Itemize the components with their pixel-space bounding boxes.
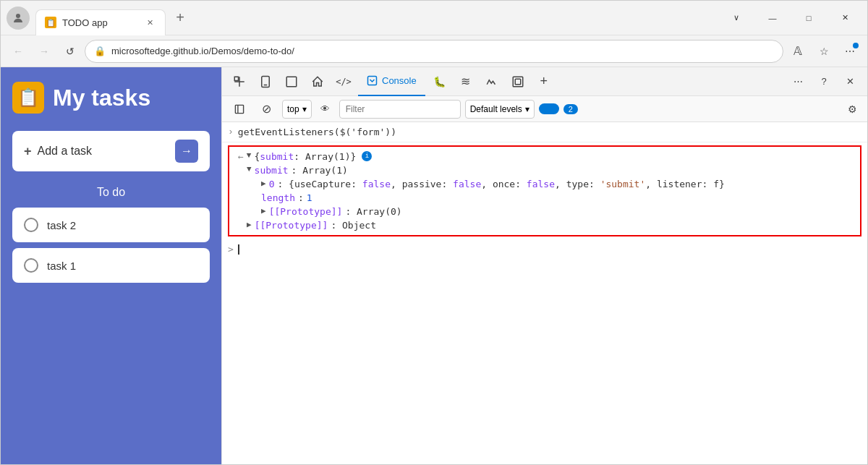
dt-box-button[interactable] xyxy=(506,70,529,93)
console-context-label: top xyxy=(287,104,299,114)
expand-icon-3[interactable]: ▶ xyxy=(261,179,266,188)
console-result-block: ← ▼ {submit: Array(1)} i ▼ submit : Arra… xyxy=(228,145,861,236)
new-tab-button[interactable]: + xyxy=(169,7,192,30)
console-result-line-3: ▶ 0 : {useCapture: false, passive: false… xyxy=(229,177,860,191)
console-toolbar: ⊘ top ▾ 👁 Default levels ▾ 2 ⚙ xyxy=(222,96,867,122)
dt-source-button[interactable]: </> xyxy=(332,70,355,93)
dt-device-button[interactable] xyxy=(254,70,277,93)
tab-title: TODO app xyxy=(62,17,137,28)
back-button[interactable]: ← xyxy=(7,40,30,63)
console-filter-input[interactable] xyxy=(339,100,461,119)
console-result-line-4: length : 1 xyxy=(229,191,860,205)
dt-bug-button[interactable]: 🐛 xyxy=(428,70,451,93)
svg-rect-7 xyxy=(368,77,377,85)
result-obj-preview: {submit: Array(1)} xyxy=(254,151,356,162)
profile-icon[interactable] xyxy=(7,7,30,30)
console-result-line-6: ▶ [[Prototype]] : Object xyxy=(229,218,860,232)
console-result-line-1: ← ▼ {submit: Array(1)} i xyxy=(229,150,860,163)
favorites-button[interactable]: ☆ xyxy=(812,40,835,63)
expand-icon-6[interactable]: ▶ xyxy=(247,220,252,229)
extensions-button[interactable]: ⋯ xyxy=(838,40,861,63)
svg-rect-1 xyxy=(234,77,238,80)
result-val-0: : {useCapture: false, passive: false, on… xyxy=(277,179,724,189)
add-task-arrow-icon: → xyxy=(175,140,198,163)
task-label-1: task 1 xyxy=(47,260,76,272)
forward-button[interactable]: → xyxy=(33,40,56,63)
close-button[interactable]: ✕ xyxy=(828,7,861,30)
console-level-select[interactable]: Default levels ▾ xyxy=(465,100,535,119)
url-display: microsoftedge.github.io/Demos/demo-to-do… xyxy=(111,46,294,56)
devtools-panel: </> Console 🐛 ≋ + ⋯ ? ✕ xyxy=(221,67,867,464)
dt-perf-button[interactable] xyxy=(480,70,503,93)
result-key-0: 0 xyxy=(269,179,275,189)
read-aloud-button[interactable]: 𝔸 xyxy=(786,40,809,63)
next-prompt-symbol: > xyxy=(228,244,234,255)
task-item-2[interactable]: task 2 xyxy=(12,208,210,242)
expand-icon-1[interactable]: ▼ xyxy=(247,151,252,160)
svg-point-0 xyxy=(16,14,20,18)
cursor xyxy=(238,244,239,255)
chevron-button[interactable]: ∨ xyxy=(720,7,753,30)
tab-bar: 📋 TODO app ✕ + xyxy=(35,5,192,31)
console-sidebar-button[interactable] xyxy=(228,100,251,119)
dt-console-label: Console xyxy=(382,75,417,86)
expand-icon-2[interactable]: ▼ xyxy=(247,165,252,174)
console-badge-count: 2 xyxy=(563,104,578,114)
expand-icon-5[interactable]: ▶ xyxy=(261,206,266,216)
console-eye-button[interactable]: 👁 xyxy=(316,100,335,119)
dt-help-button[interactable]: ? xyxy=(812,70,835,93)
task-label-2: task 2 xyxy=(47,219,76,231)
title-bar-left: 📋 TODO app ✕ + xyxy=(7,5,720,31)
lock-icon: 🔒 xyxy=(94,46,106,56)
active-tab[interactable]: 📋 TODO app ✕ xyxy=(35,9,166,35)
result-key-length: length xyxy=(261,192,295,203)
result-colon-2: : Array(1) xyxy=(292,165,348,176)
result-val-proto1: : Array(0) xyxy=(345,206,401,217)
app-icon: 📋 xyxy=(12,82,44,114)
console-settings-button[interactable]: ⚙ xyxy=(843,100,861,119)
task-item-1[interactable]: task 1 xyxy=(12,248,210,283)
maximize-button[interactable]: □ xyxy=(792,7,825,30)
info-icon[interactable]: i xyxy=(362,151,372,161)
dt-inspect-button[interactable] xyxy=(228,70,251,93)
browser-window: 📋 TODO app ✕ + ∨ — □ ✕ ← → ↺ 🔒 microsoft… xyxy=(0,0,868,465)
dt-close-button[interactable]: ✕ xyxy=(838,70,861,93)
console-result-line-2: ▼ submit : Array(1) xyxy=(229,163,860,177)
dt-elements-button[interactable] xyxy=(280,70,303,93)
add-task-plus-icon: + xyxy=(24,144,32,159)
tab-favicon: 📋 xyxy=(45,17,56,28)
console-command-text: getEventListeners($('form')) xyxy=(238,127,396,137)
console-context-select[interactable]: top ▾ xyxy=(282,100,312,119)
section-title: To do xyxy=(12,186,210,199)
address-bar[interactable]: 🔒 microsoftedge.github.io/Demos/demo-to-… xyxy=(85,40,783,63)
dt-network-button[interactable]: ≋ xyxy=(454,70,477,93)
result-key-proto1: [[Prototype]] xyxy=(269,206,343,217)
console-context-arrow: ▾ xyxy=(302,104,307,114)
dt-more-button[interactable]: ⋯ xyxy=(786,70,809,93)
app-sidebar: 📋 My tasks + Add a task → To do task 2 t… xyxy=(1,67,221,464)
dt-home-button[interactable] xyxy=(306,70,329,93)
tab-close-button[interactable]: ✕ xyxy=(143,16,156,29)
console-next-prompt-line: > xyxy=(222,239,867,259)
console-input-prompt: › xyxy=(228,127,234,137)
add-task-button[interactable]: + Add a task → xyxy=(12,131,210,171)
task-checkbox-2[interactable] xyxy=(24,218,38,232)
nav-right-icons: 𝔸 ☆ ⋯ xyxy=(786,40,861,63)
add-task-label: Add a task xyxy=(38,145,169,158)
task-checkbox-1[interactable] xyxy=(24,258,38,273)
dt-add-button[interactable]: + xyxy=(532,70,556,93)
console-clear-button[interactable]: ⊘ xyxy=(255,100,278,119)
console-result-line-5: ▶ [[Prototype]] : Array(0) xyxy=(229,205,860,218)
window-controls: ∨ — □ ✕ xyxy=(720,7,861,30)
svg-rect-9 xyxy=(515,79,521,85)
console-input-line: › getEventListeners($('form')) xyxy=(222,122,867,142)
refresh-button[interactable]: ↺ xyxy=(59,40,82,63)
minimize-button[interactable]: — xyxy=(756,7,789,30)
result-val-proto2: : Object xyxy=(331,220,376,231)
svg-rect-8 xyxy=(513,77,523,87)
svg-point-12 xyxy=(544,106,552,114)
devtools-toolbar: </> Console 🐛 ≋ + ⋯ ? ✕ xyxy=(222,67,867,96)
dt-console-tab[interactable]: Console xyxy=(358,67,425,96)
nav-bar: ← → ↺ 🔒 microsoftedge.github.io/Demos/de… xyxy=(1,35,867,67)
console-level-label: Default levels xyxy=(470,104,522,114)
